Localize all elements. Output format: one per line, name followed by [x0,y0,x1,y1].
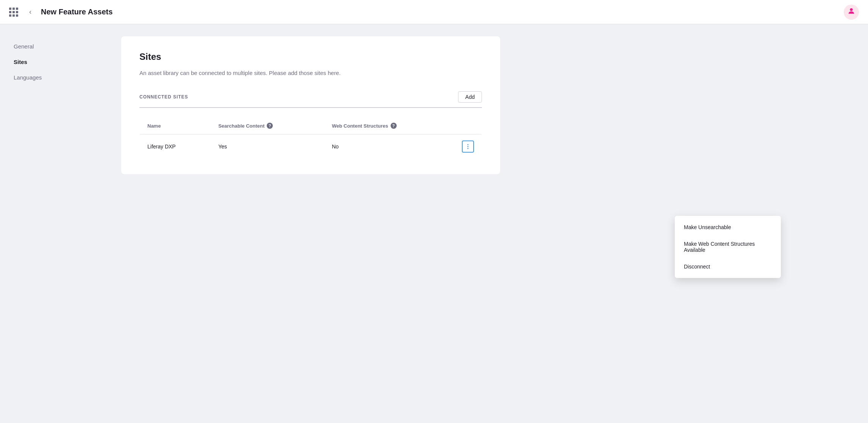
dropdown-item-make-web-content[interactable]: Make Web Content Structures Available [675,236,781,258]
table-header-row: Name Searchable Content ? Web Conte [140,117,482,134]
svg-point-1 [468,144,469,145]
svg-point-0 [850,8,852,11]
sites-table-wrapper: Name Searchable Content ? Web Conte [139,117,482,159]
avatar-icon [847,7,855,17]
table-row: Liferay DXP Yes No [140,134,482,159]
row-action-button[interactable] [462,140,474,153]
sidebar-item-general[interactable]: General [9,39,97,53]
cell-web-content-structures: No [324,134,454,159]
th-name: Name [140,117,211,134]
sites-table: Name Searchable Content ? Web Conte [139,117,482,159]
sidebar: General Sites Languages [0,24,106,423]
web-content-structures-help-icon[interactable]: ? [391,123,397,129]
dropdown-item-disconnect[interactable]: Disconnect [675,258,781,275]
grid-menu-icon[interactable] [8,6,20,18]
searchable-content-help-icon[interactable]: ? [267,123,273,129]
dropdown-menu: Make Unsearchable Make Web Content Struc… [675,216,781,278]
table-body: Liferay DXP Yes No [140,134,482,159]
user-avatar[interactable] [844,5,859,20]
grid-dots [9,8,18,17]
cell-searchable-content: Yes [211,134,324,159]
table-header: Name Searchable Content ? Web Conte [140,117,482,134]
page-title: New Feature Assets [41,8,113,16]
svg-point-3 [468,148,469,149]
svg-point-2 [468,146,469,147]
content-card: Sites An asset library can be connected … [121,36,500,174]
back-button[interactable]: ‹ [24,6,36,18]
sidebar-item-sites[interactable]: Sites [9,55,97,69]
th-searchable-content: Searchable Content ? [211,117,324,134]
cell-name: Liferay DXP [140,134,211,159]
th-web-content-structures: Web Content Structures ? [324,117,454,134]
add-button[interactable]: Add [458,91,482,103]
ellipsis-vertical-icon [465,144,471,150]
connected-sites-header: CONNECTED SITES Add [139,91,482,108]
connected-sites-label: CONNECTED SITES [139,94,188,100]
dropdown-item-make-unsearchable[interactable]: Make Unsearchable [675,219,781,236]
card-description: An asset library can be connected to mul… [139,70,482,76]
top-nav: ‹ New Feature Assets [0,0,868,24]
card-title: Sites [139,52,482,62]
sidebar-item-languages[interactable]: Languages [9,70,97,84]
th-actions [454,117,482,134]
cell-actions [454,134,482,159]
